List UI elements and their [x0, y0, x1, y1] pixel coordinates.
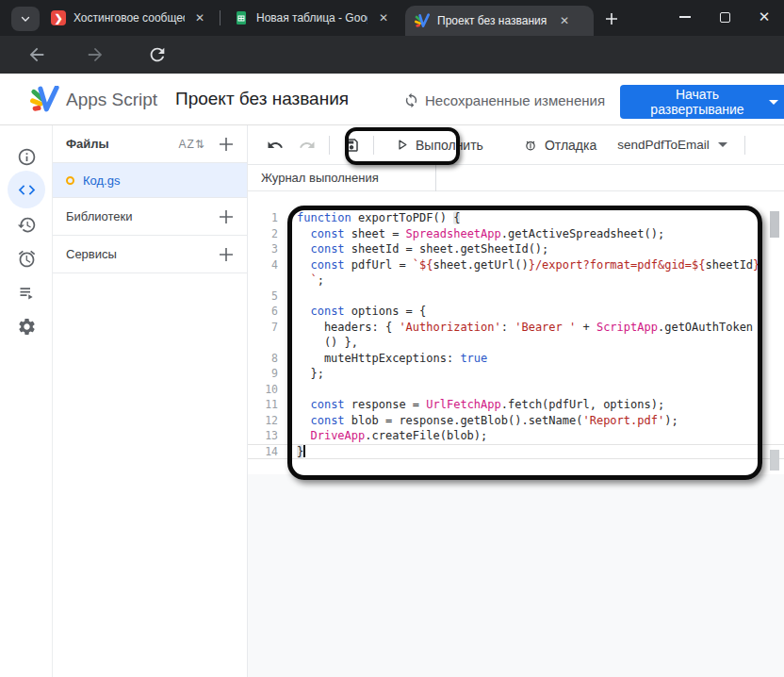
code-row[interactable]: 9 };	[248, 366, 784, 382]
code-row[interactable]: 2 const sheet = SpreadsheetApp.getActive…	[248, 226, 784, 242]
line-number: 12	[248, 413, 297, 429]
code-editor[interactable]: 1function exportToPDF() {2 const sheet =…	[248, 191, 784, 474]
add-file-icon[interactable]	[219, 137, 234, 152]
save-button[interactable]	[335, 128, 368, 162]
tab-close-icon[interactable]: ✕	[375, 9, 392, 26]
scrollbar-thumb[interactable]	[770, 211, 779, 238]
libraries-row: Библиотеки	[53, 198, 247, 236]
code-row[interactable]: 13 DriveApp.createFile(blob);	[248, 428, 784, 444]
browser-tab-2[interactable]: Новая таблица - Google Та ✕	[224, 0, 403, 36]
executions-icon	[17, 283, 37, 303]
tab-title: Хостинговое сообщество	[74, 11, 185, 25]
rail-item-triggers[interactable]	[8, 239, 45, 277]
debug-button[interactable]: Отладка	[515, 128, 604, 162]
log-tab-divider	[435, 165, 436, 191]
close-window-button[interactable]: ✕	[744, 0, 784, 34]
line-number: 3	[248, 241, 297, 257]
browser-tab-3-active[interactable]: Проект без названия - Ред ✕	[405, 6, 594, 36]
tab-close-icon[interactable]: ✕	[192, 9, 207, 26]
line-number: 5	[248, 289, 297, 305]
line-number: 7	[248, 320, 297, 336]
chevron-down-icon	[769, 100, 778, 105]
browser-tab-1[interactable]: ❯ Хостинговое сообщество ✕	[41, 0, 215, 36]
code-row[interactable]: 7 headers: { 'Authorization': 'Bearer ' …	[248, 320, 784, 336]
code-row[interactable]: 5	[248, 289, 784, 305]
undo-icon	[267, 137, 284, 154]
browser-addressbar: script.google.com/u/0/home/projects/1A87…	[0, 36, 784, 74]
editor-background: 1function exportToPDF() {2 const sheet =…	[248, 191, 784, 677]
add-library-icon[interactable]	[219, 209, 234, 224]
line-number: 10	[248, 382, 297, 398]
line-number: 9	[248, 366, 297, 382]
minimize-icon	[679, 16, 691, 18]
run-play-icon	[395, 138, 409, 152]
toolbar-divider	[744, 136, 745, 155]
forum-icon: ❯	[51, 10, 66, 25]
maximize-button[interactable]	[705, 0, 744, 34]
google-sheets-icon	[234, 10, 249, 25]
rail-item-settings[interactable]	[8, 307, 45, 345]
file-name: Код.gs	[83, 173, 120, 188]
code-row[interactable]: 6 const options = {	[248, 304, 784, 320]
rail-item-editor[interactable]	[8, 171, 45, 208]
code-row[interactable]: 14}	[248, 444, 784, 460]
code-row[interactable]: 10	[248, 382, 784, 398]
code-row[interactable]: () },	[248, 335, 784, 351]
files-header-row: Файлы AZ⇅	[53, 125, 247, 163]
tab-title: Новая таблица - Google Та	[256, 11, 368, 25]
rail-item-history[interactable]	[8, 206, 45, 243]
close-icon: ✕	[759, 8, 771, 25]
apps-script-icon	[415, 13, 430, 28]
run-button[interactable]: Выполнить	[387, 128, 491, 162]
line-number: 13	[248, 428, 297, 444]
execution-log-tab[interactable]: Журнал выполнения	[248, 171, 392, 185]
tab-close-icon[interactable]: ✕	[556, 12, 573, 29]
tab-title: Проект без названия - Ред	[437, 14, 548, 27]
code-row[interactable]: `;	[248, 272, 784, 289]
screen: ❯ Хостинговое сообщество ✕ Новая таблица…	[0, 0, 784, 677]
project-title[interactable]: Проект без названия	[175, 89, 349, 109]
file-item-kod-gs[interactable]: Код.gs	[53, 163, 247, 198]
sync-icon	[403, 92, 419, 108]
maximize-icon	[720, 12, 730, 23]
text-cursor	[303, 445, 305, 457]
rail-item-overview[interactable]	[8, 138, 45, 175]
sort-az-icon[interactable]: AZ⇅	[179, 138, 205, 151]
code-row[interactable]: 4 const pdfUrl = `${sheet.getUrl()}/expo…	[248, 257, 784, 273]
code-editor-icon	[17, 180, 37, 200]
line-number: 6	[248, 304, 297, 320]
function-selector-dropdown[interactable]: sendPdfToEmail	[610, 128, 735, 162]
back-icon[interactable]	[26, 44, 47, 65]
plus-icon	[605, 12, 618, 25]
history-icon	[17, 215, 37, 235]
left-rail	[0, 125, 53, 677]
line-number: 2	[248, 226, 297, 242]
line-number	[248, 335, 297, 351]
line-number: 4	[248, 257, 297, 273]
chevron-down-icon	[718, 142, 727, 147]
triggers-alarm-icon	[17, 249, 37, 269]
editor-pane: Выполнить Отладка sendPdfToEmail Журнал …	[248, 125, 784, 677]
deploy-button[interactable]: Начать развертывание	[620, 85, 784, 119]
code-row[interactable]: 12 const blob = response.getBlob().setNa…	[248, 413, 784, 429]
code-row[interactable]: 1function exportToPDF() {	[248, 210, 784, 226]
brand-name[interactable]: Apps Script	[66, 90, 157, 110]
redo-button[interactable]	[291, 128, 323, 162]
editor-toolbar: Выполнить Отладка sendPdfToEmail	[248, 125, 784, 165]
rail-item-executions[interactable]	[8, 273, 45, 311]
reload-icon[interactable]	[147, 44, 168, 65]
files-panel: Файлы AZ⇅ Код.gs Библиотеки Сервисы	[53, 125, 248, 677]
unsaved-text: Несохраненные изменения	[425, 92, 605, 108]
tab-search-button[interactable]	[11, 7, 40, 31]
forward-icon[interactable]	[85, 44, 106, 65]
undo-button[interactable]	[259, 128, 291, 162]
code-row[interactable]: 3 const sheetId = sheet.getSheetId();	[248, 241, 784, 257]
line-number: 14	[248, 444, 297, 460]
line-number: 1	[248, 210, 297, 226]
new-tab-button[interactable]	[599, 7, 624, 31]
add-service-icon[interactable]	[219, 247, 234, 262]
minimize-button[interactable]	[665, 0, 705, 34]
code-row[interactable]: 8 muteHttpExceptions: true	[248, 351, 784, 367]
line-number: 8	[248, 351, 297, 367]
code-row[interactable]: 11 const response = UrlFetchApp.fetch(pd…	[248, 397, 784, 413]
